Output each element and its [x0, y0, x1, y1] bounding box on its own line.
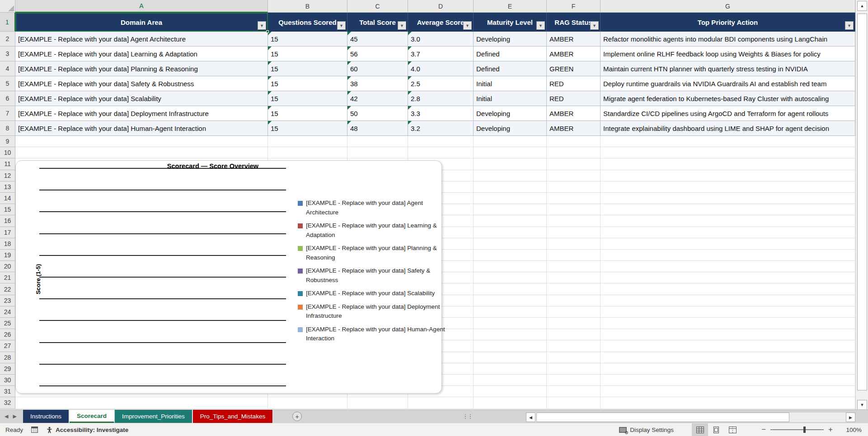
row-header-14[interactable]: 14: [0, 193, 15, 204]
sheet-tab-scorecard[interactable]: Scorecard: [70, 410, 114, 423]
cell-maturity[interactable]: Developing: [474, 121, 547, 136]
cell-maturity[interactable]: Developing: [474, 32, 547, 46]
cell-action[interactable]: Implement online RLHF feedback loop usin…: [601, 46, 855, 61]
cell-average[interactable]: 3.3: [408, 106, 474, 121]
cell-rag[interactable]: AMBER: [547, 32, 601, 46]
cell-maturity[interactable]: Initial: [474, 91, 547, 106]
cell-total[interactable]: 38: [347, 76, 408, 91]
empty-cell[interactable]: [474, 386, 547, 397]
cell-rag[interactable]: AMBER: [547, 106, 601, 121]
cell-questions[interactable]: 15: [268, 32, 347, 46]
empty-cell[interactable]: [547, 250, 601, 261]
cell-average[interactable]: 3.2: [408, 121, 474, 136]
row-header-15[interactable]: 15: [0, 204, 15, 215]
empty-cell[interactable]: [474, 136, 547, 147]
cell-total[interactable]: 45: [347, 32, 408, 46]
column-header-F[interactable]: F: [547, 0, 601, 13]
empty-cell[interactable]: [474, 329, 547, 340]
empty-cell[interactable]: [601, 363, 855, 375]
row-header-18[interactable]: 18: [0, 238, 15, 250]
cell-total[interactable]: 60: [347, 61, 408, 76]
scroll-down-button[interactable]: ▼: [857, 400, 867, 410]
cell-action[interactable]: Deploy runtime guardrails via NVIDIA Gua…: [601, 76, 855, 91]
empty-cell[interactable]: [547, 227, 601, 238]
cell-rag[interactable]: AMBER: [547, 121, 601, 136]
empty-cell[interactable]: [474, 181, 547, 193]
empty-cell[interactable]: [474, 238, 547, 250]
empty-cell[interactable]: [601, 261, 855, 272]
new-sheet-button[interactable]: +: [292, 412, 302, 421]
row-header-12[interactable]: 12: [0, 170, 15, 181]
cell-domain[interactable]: [EXAMPLE - Replace with your data] Agent…: [15, 32, 268, 46]
column-header-A[interactable]: A: [15, 0, 268, 13]
empty-cell[interactable]: [601, 352, 855, 363]
row-header-20[interactable]: 20: [0, 261, 15, 272]
display-settings-button[interactable]: Display Settings: [619, 427, 674, 433]
row-header-32[interactable]: 32: [0, 397, 15, 408]
empty-cell[interactable]: [547, 329, 601, 340]
empty-cell[interactable]: [474, 363, 547, 375]
empty-cell[interactable]: [547, 136, 601, 147]
row-header-17[interactable]: 17: [0, 227, 15, 238]
empty-cell[interactable]: [268, 147, 347, 158]
empty-cell[interactable]: [547, 158, 601, 170]
empty-cell[interactable]: [601, 397, 855, 408]
empty-cell[interactable]: [601, 250, 855, 261]
cell-questions[interactable]: 15: [268, 76, 347, 91]
empty-cell[interactable]: [601, 181, 855, 193]
empty-cell[interactable]: [347, 397, 408, 408]
cell-average[interactable]: 3.7: [408, 46, 474, 61]
cell-action[interactable]: Migrate agent federation to Kubernetes-b…: [601, 91, 855, 106]
row-header-2[interactable]: 2: [0, 32, 15, 46]
page-layout-view-button[interactable]: [708, 423, 724, 436]
table-header-cell[interactable]: Domain Area▼: [15, 13, 268, 32]
empty-cell[interactable]: [474, 215, 547, 227]
row-header-11[interactable]: 11: [0, 158, 15, 170]
row-header-19[interactable]: 19: [0, 250, 15, 261]
row-header-9[interactable]: 9: [0, 136, 15, 147]
horizontal-scrollbar[interactable]: ◀ ▶: [526, 412, 855, 422]
empty-cell[interactable]: [474, 295, 547, 306]
row-header-7[interactable]: 7: [0, 106, 15, 121]
cell-domain[interactable]: [EXAMPLE - Replace with your data] Plann…: [15, 61, 268, 76]
sheet-tab-pro_tips_and_mistakes[interactable]: Pro_Tips_and_Mistakes: [193, 410, 273, 423]
cell-average[interactable]: 2.5: [408, 76, 474, 91]
empty-cell[interactable]: [601, 204, 855, 215]
cell-total[interactable]: 56: [347, 46, 408, 61]
zoom-slider[interactable]: [770, 429, 824, 430]
select-all-corner[interactable]: [0, 0, 15, 13]
empty-cell[interactable]: [601, 158, 855, 170]
cell-questions[interactable]: 15: [268, 121, 347, 136]
empty-cell[interactable]: [547, 147, 601, 158]
table-header-cell[interactable]: Total Score▼: [347, 13, 408, 32]
empty-cell[interactable]: [547, 318, 601, 329]
vertical-scroll-thumb[interactable]: [857, 14, 867, 390]
empty-cell[interactable]: [547, 193, 601, 204]
normal-view-button[interactable]: [692, 423, 708, 436]
cell-action[interactable]: Standardize CI/CD pipelines using ArgoCD…: [601, 106, 855, 121]
row-header-16[interactable]: 16: [0, 215, 15, 227]
column-header-G[interactable]: G: [601, 0, 855, 13]
filter-dropdown-button[interactable]: ▼: [398, 21, 406, 30]
empty-cell[interactable]: [601, 193, 855, 204]
empty-cell[interactable]: [547, 170, 601, 181]
empty-cell[interactable]: [601, 386, 855, 397]
empty-cell[interactable]: [474, 261, 547, 272]
empty-cell[interactable]: [474, 283, 547, 295]
row-header-25[interactable]: 25: [0, 318, 15, 329]
empty-cell[interactable]: [601, 318, 855, 329]
empty-cell[interactable]: [474, 272, 547, 283]
filter-dropdown-button[interactable]: ▼: [258, 21, 266, 30]
scroll-right-button[interactable]: ▶: [846, 413, 855, 422]
filter-dropdown-button[interactable]: ▼: [337, 21, 346, 30]
empty-cell[interactable]: [474, 250, 547, 261]
sheet-tab-instructions[interactable]: Instructions: [23, 410, 69, 423]
empty-cell[interactable]: [474, 170, 547, 181]
empty-cell[interactable]: [474, 193, 547, 204]
zoom-slider-thumb[interactable]: [803, 427, 806, 433]
cell-questions[interactable]: 15: [268, 46, 347, 61]
empty-cell[interactable]: [474, 204, 547, 215]
empty-cell[interactable]: [601, 238, 855, 250]
empty-cell[interactable]: [601, 147, 855, 158]
zoom-out-button[interactable]: −: [761, 425, 766, 434]
